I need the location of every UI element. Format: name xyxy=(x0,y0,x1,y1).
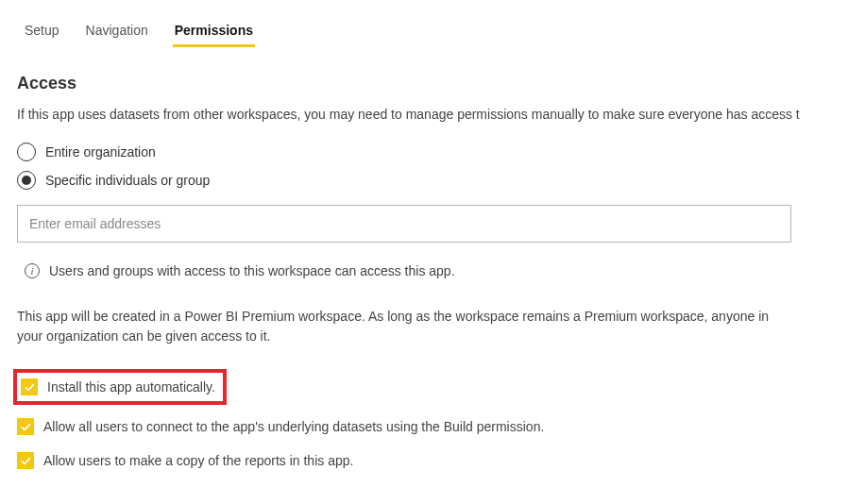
radio-icon xyxy=(17,143,36,161)
checkbox-label: Allow users to make a copy of the report… xyxy=(43,453,353,468)
checkbox-install-automatically[interactable]: Install this app automatically. xyxy=(21,378,215,395)
checkbox-icon xyxy=(17,418,34,435)
checkbox-allow-copy-reports[interactable]: Allow users to make a copy of the report… xyxy=(17,452,831,469)
checkbox-icon xyxy=(17,452,34,469)
radio-label-specific: Specific individuals or group xyxy=(45,173,210,188)
tab-bar: Setup Navigation Permissions xyxy=(17,17,831,45)
tab-permissions[interactable]: Permissions xyxy=(175,17,253,45)
premium-workspace-note: This app will be created in a Power BI P… xyxy=(17,307,791,346)
radio-entire-organization[interactable]: Entire organization xyxy=(17,143,831,161)
checkbox-allow-connect-datasets[interactable]: Allow all users to connect to the app's … xyxy=(17,418,831,435)
access-description: If this app uses datasets from other wor… xyxy=(17,107,831,122)
checkbox-label: Allow all users to connect to the app's … xyxy=(43,419,544,434)
email-addresses-input[interactable] xyxy=(17,205,791,243)
radio-icon xyxy=(17,171,36,190)
tab-navigation[interactable]: Navigation xyxy=(86,17,148,45)
info-icon: i xyxy=(25,263,40,278)
access-heading: Access xyxy=(17,74,831,93)
radio-label-entire-org: Entire organization xyxy=(45,144,156,160)
info-text: Users and groups with access to this wor… xyxy=(49,263,455,278)
info-row: i Users and groups with access to this w… xyxy=(25,263,831,278)
tab-setup[interactable]: Setup xyxy=(25,17,59,45)
checkbox-icon xyxy=(21,378,38,395)
radio-specific-individuals[interactable]: Specific individuals or group xyxy=(17,171,831,190)
highlight-annotation: Install this app automatically. xyxy=(13,369,227,405)
checkbox-label: Install this app automatically. xyxy=(47,379,215,395)
